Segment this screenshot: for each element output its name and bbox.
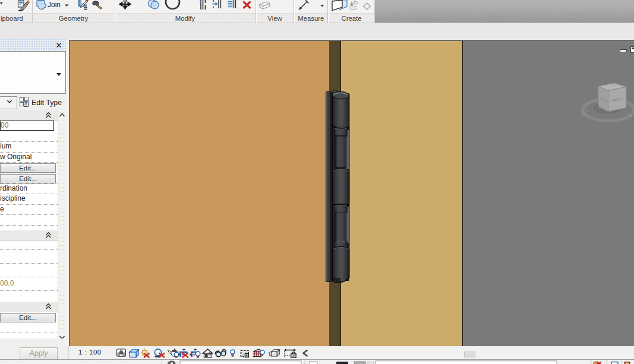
svg-text:E: E xyxy=(629,114,632,118)
svg-text:Join: Join xyxy=(48,1,61,9)
